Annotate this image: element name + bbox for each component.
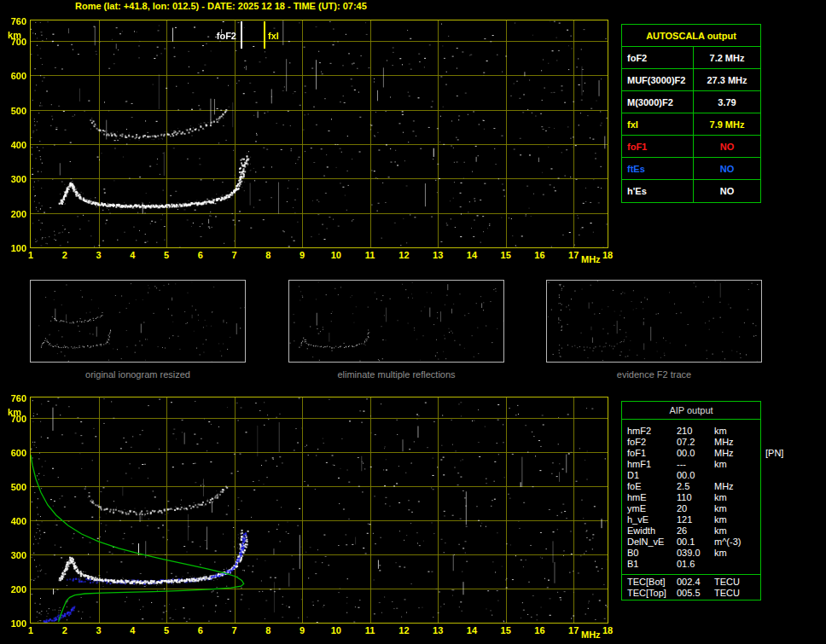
- x-tick-label: 1: [23, 625, 38, 635]
- aip-row: hmF1---km: [627, 459, 760, 470]
- x-tick-label: 7: [227, 250, 242, 260]
- autoscala-param: foF2: [622, 47, 694, 68]
- aip-value: 00.1: [677, 537, 714, 548]
- autoscala-row: fxI7.9 MHz: [622, 113, 760, 136]
- aip-param: B1: [627, 559, 677, 570]
- aip-param: foE: [627, 481, 677, 492]
- aip-tec-unit: TECU: [714, 577, 760, 588]
- y-tick-label: 500: [3, 482, 26, 492]
- x-tick-label: 3: [91, 250, 107, 260]
- autoscala-value: 7.2 MHz: [694, 47, 760, 68]
- autoscala-param: foF1: [622, 136, 694, 157]
- aip-value: 20: [677, 503, 714, 514]
- ionogram-restored-canvas: [31, 397, 608, 623]
- x-tick-label: 5: [159, 250, 174, 260]
- aip-tec-value: 002.4: [677, 577, 714, 588]
- foF2-marker-label: foF2: [209, 31, 236, 41]
- x-tick-label: 15: [498, 625, 514, 635]
- x-tick-label: 11: [363, 250, 378, 260]
- aip-param: D1: [627, 470, 677, 481]
- autoscala-output-table: AUTOSCALA output foF27.2 MHzMUF(3000)F22…: [621, 24, 761, 203]
- autoscala-row: h'EsNO: [622, 180, 760, 202]
- aip-tec-row: TEC[Top]005.5TECU: [627, 588, 760, 599]
- autoscala-value: 3.79: [694, 91, 760, 113]
- thumbnail-original-ionogram: [30, 280, 246, 363]
- thumbnail-eliminate-reflections: [288, 280, 504, 363]
- fxI-marker-label: fxI: [268, 31, 279, 41]
- aip-tec-rows: TEC[Bot]002.4TECUTEC[Top]005.5TECU: [622, 574, 760, 600]
- x-tick-label: 6: [193, 250, 208, 260]
- x-axis-unit-label: MHz: [581, 629, 601, 640]
- autoscala-param: h'Es: [622, 180, 694, 202]
- aip-unit: km: [714, 492, 760, 503]
- aip-tec-row: TEC[Bot]002.4TECU: [627, 577, 760, 588]
- aip-table-rows: hmF2210kmfoF207.2MHzfoF100.0MHz[PN]hmF1-…: [622, 420, 760, 570]
- thumbnail-evidence-f2: [546, 280, 762, 363]
- aip-value: 00.0: [677, 448, 714, 459]
- aip-row: ymE20km: [627, 503, 760, 514]
- x-tick-label: 14: [464, 250, 480, 260]
- x-tick-label: 12: [396, 625, 411, 635]
- thumbnail-original-canvas: [31, 281, 245, 362]
- y-tick-label: 400: [3, 516, 26, 526]
- thumbnail-caption-eliminate: eliminate multiple reflections: [288, 369, 504, 380]
- aip-value: 00.0: [677, 470, 714, 481]
- page-title: Rome (lat: +41.8, lon: 012.5) - DATE: 20…: [75, 1, 367, 11]
- aip-row: Ewidth26km: [627, 525, 760, 537]
- thumbnail-caption-original: original ionogram resized: [30, 369, 246, 380]
- y-tick-label: 200: [3, 584, 26, 595]
- x-tick-label: 14: [464, 625, 480, 635]
- aip-tec-param: TEC[Bot]: [627, 577, 677, 588]
- aip-row: D100.0: [627, 470, 760, 481]
- autoscala-table-title: AUTOSCALA output: [622, 25, 760, 47]
- autoscala-table-rows: foF27.2 MHzMUF(3000)F227.3 MHzM(3000)F23…: [622, 47, 760, 202]
- x-tick-label: 13: [430, 625, 445, 635]
- aip-row: B101.6: [627, 559, 760, 570]
- aip-tec-unit: TECU: [714, 588, 760, 599]
- aip-param: Ewidth: [627, 525, 677, 537]
- autoscala-value: 27.3 MHz: [694, 69, 760, 90]
- aip-param: hmF2: [627, 426, 677, 437]
- autoscala-row: ftEsNO: [622, 158, 760, 180]
- x-tick-label: 11: [363, 625, 378, 635]
- thumbnail-eliminate-canvas: [289, 281, 503, 362]
- aip-value: 01.6: [677, 559, 714, 570]
- x-tick-label: 13: [430, 250, 445, 260]
- x-tick-label: 2: [57, 250, 73, 260]
- aip-param: DelN_vE: [627, 537, 677, 548]
- aip-row: hmF2210km: [627, 426, 760, 437]
- aip-tec-value: 005.5: [677, 588, 714, 599]
- autoscala-param: fxI: [622, 113, 694, 135]
- aip-value: ---: [677, 459, 714, 470]
- x-tick-label: 2: [57, 625, 73, 635]
- aip-table-title: AIP output: [622, 402, 760, 420]
- aip-row: foF207.2MHz: [627, 437, 760, 448]
- y-tick-label: 300: [3, 550, 26, 560]
- aip-value: 26: [677, 525, 714, 537]
- aip-unit: [714, 559, 760, 570]
- y-tick-label: 500: [3, 106, 26, 116]
- x-tick-label: 3: [91, 625, 107, 635]
- y-tick-label: 760: [3, 393, 26, 403]
- x-tick-label: 17: [566, 250, 581, 260]
- aip-param: hmE: [627, 492, 677, 503]
- aip-param: foF2: [627, 437, 677, 448]
- aip-value: 2.5: [677, 481, 714, 492]
- aip-unit: km: [714, 548, 760, 559]
- x-tick-label: 4: [125, 250, 140, 260]
- x-tick-label: 10: [329, 625, 344, 635]
- x-tick-label: 15: [498, 250, 514, 260]
- x-tick-label: 4: [125, 625, 140, 635]
- aip-row: h_vE121km: [627, 514, 760, 525]
- x-tick-label: 18: [600, 625, 615, 635]
- x-tick-label: 8: [260, 250, 276, 260]
- autoscala-param: ftEs: [622, 158, 694, 179]
- autoscala-row: M(3000)F23.79: [622, 91, 760, 113]
- aip-param: h_vE: [627, 514, 677, 525]
- x-tick-label: 9: [294, 250, 310, 260]
- aip-unit: MHz: [714, 437, 760, 448]
- y-tick-label: 600: [3, 448, 26, 458]
- x-tick-label: 12: [396, 250, 411, 260]
- aip-param: hmF1: [627, 459, 677, 470]
- x-tick-label: 1: [23, 250, 38, 260]
